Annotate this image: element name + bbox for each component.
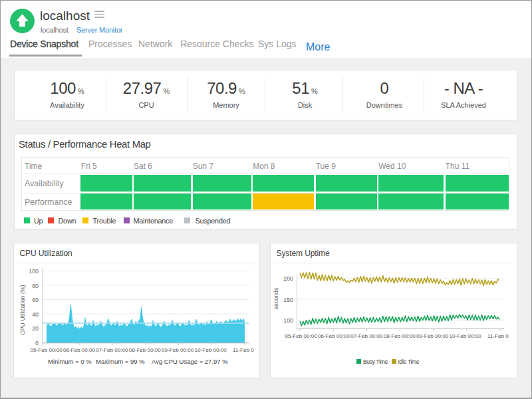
- svg-text:60: 60: [32, 297, 39, 303]
- svg-text:80: 80: [32, 283, 39, 289]
- svg-text:20: 20: [32, 325, 39, 332]
- svg-text:0: 0: [35, 340, 39, 346]
- svg-text:08-Feb 00:00: 08-Feb 00:00: [129, 347, 162, 353]
- svg-text:100: 100: [29, 268, 39, 275]
- svg-text:07-Feb 00:00: 07-Feb 00:00: [350, 333, 383, 339]
- svg-text:150: 150: [283, 297, 293, 303]
- svg-text:07-Feb 00:00: 07-Feb 00:00: [96, 347, 128, 353]
- svg-text:10-Feb 00:00: 10-Feb 00:00: [450, 333, 482, 339]
- svg-text:05-Feb 00:00: 05-Feb 00:00: [285, 333, 318, 339]
- svg-text:09-Feb 00:00: 09-Feb 00:00: [162, 347, 194, 353]
- svg-text:08-Feb 00:00: 08-Feb 00:00: [384, 333, 416, 339]
- svg-text:40: 40: [32, 311, 39, 318]
- svg-text:06-Feb 00:00: 06-Feb 00:00: [63, 347, 96, 353]
- svg-text:seconds: seconds: [273, 287, 279, 309]
- svg-text:100: 100: [283, 317, 293, 324]
- svg-text:10-Feb 00:00: 10-Feb 00:00: [195, 347, 227, 353]
- svg-text:11-Feb 0: 11-Feb 0: [487, 333, 509, 339]
- svg-text:200: 200: [283, 275, 293, 282]
- svg-text:CPU Utilization (%): CPU Utilization (%): [19, 285, 26, 334]
- svg-text:11-Feb 0: 11-Feb 0: [233, 347, 254, 353]
- svg-text:05-Feb 00:00: 05-Feb 00:00: [31, 347, 63, 353]
- svg-text:06-Feb 00:00: 06-Feb 00:00: [318, 333, 350, 339]
- svg-text:09-Feb 00:00: 09-Feb 00:00: [416, 333, 449, 339]
